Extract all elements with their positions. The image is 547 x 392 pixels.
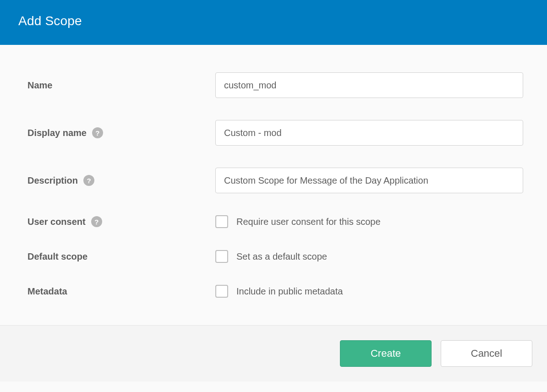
metadata-label: Metadata bbox=[27, 286, 67, 297]
input-col: Include in public metadata bbox=[215, 285, 529, 298]
help-icon[interactable]: ? bbox=[91, 216, 102, 227]
default-scope-label: Default scope bbox=[27, 251, 88, 262]
input-col bbox=[215, 72, 529, 98]
default-scope-checkbox-label: Set as a default scope bbox=[236, 251, 327, 262]
dialog-title: Add Scope bbox=[18, 14, 529, 28]
dialog-header: Add Scope bbox=[0, 0, 547, 45]
name-label: Name bbox=[27, 80, 52, 91]
description-label: Description bbox=[27, 175, 78, 186]
row-metadata: Metadata Include in public metadata bbox=[27, 285, 529, 298]
dialog-footer: Create Cancel bbox=[0, 325, 547, 381]
row-description: Description ? bbox=[27, 168, 529, 193]
metadata-checkbox-label: Include in public metadata bbox=[236, 286, 343, 297]
row-display-name: Display name ? bbox=[27, 120, 529, 146]
user-consent-checkbox[interactable] bbox=[215, 215, 228, 228]
row-name: Name bbox=[27, 72, 529, 98]
input-col: Require user consent for this scope bbox=[215, 215, 529, 228]
label-col: Description ? bbox=[27, 175, 215, 186]
label-col: Metadata bbox=[27, 286, 215, 297]
name-input[interactable] bbox=[215, 72, 523, 98]
label-col: User consent ? bbox=[27, 216, 215, 227]
row-user-consent: User consent ? Require user consent for … bbox=[27, 215, 529, 228]
label-col: Display name ? bbox=[27, 127, 215, 138]
user-consent-label: User consent bbox=[27, 217, 86, 227]
label-col: Name bbox=[27, 80, 215, 91]
default-scope-checkbox[interactable] bbox=[215, 250, 228, 263]
create-button[interactable]: Create bbox=[340, 340, 432, 367]
form-body: Name Display name ? Description ? User c… bbox=[0, 45, 547, 325]
help-icon[interactable]: ? bbox=[92, 127, 103, 138]
display-name-input[interactable] bbox=[215, 120, 523, 146]
input-col bbox=[215, 168, 529, 193]
display-name-label: Display name bbox=[27, 128, 87, 138]
input-col: Set as a default scope bbox=[215, 250, 529, 263]
metadata-checkbox[interactable] bbox=[215, 285, 228, 298]
row-default-scope: Default scope Set as a default scope bbox=[27, 250, 529, 263]
user-consent-checkbox-label: Require user consent for this scope bbox=[236, 217, 381, 227]
description-input[interactable] bbox=[215, 168, 523, 193]
help-icon[interactable]: ? bbox=[83, 175, 94, 186]
cancel-button[interactable]: Cancel bbox=[441, 340, 532, 367]
input-col bbox=[215, 120, 529, 146]
label-col: Default scope bbox=[27, 251, 215, 262]
